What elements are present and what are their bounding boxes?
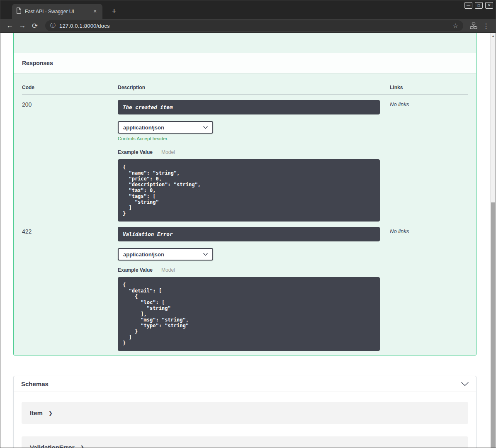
responses-header: Responses	[14, 53, 476, 73]
scrollbar[interactable]: ▲	[490, 33, 496, 448]
media-type-value: application/json	[123, 124, 164, 131]
tab-example-value[interactable]: Example Value	[118, 267, 157, 273]
media-type-select[interactable]: application/json	[118, 248, 213, 261]
schemas-title: Schemas	[21, 380, 49, 387]
media-type-select[interactable]: application/json	[118, 121, 213, 134]
model-validationerror[interactable]: ValidationError ❯	[22, 436, 468, 448]
response-description: The created item	[118, 100, 380, 114]
browser-tab[interactable]: Fast API - Swagger UI ✕	[12, 4, 102, 19]
media-type-value: application/json	[123, 251, 164, 258]
post-endpoint-panel: Responses Code Description Links 200 The…	[13, 33, 477, 355]
response-code: 422	[22, 227, 118, 351]
site-info-icon[interactable]: ⓘ	[50, 22, 56, 29]
column-code: Code	[22, 85, 118, 94]
tab-close-icon[interactable]: ✕	[92, 8, 98, 15]
model-item[interactable]: Item ❯	[22, 402, 468, 424]
chevron-right-icon: ❯	[80, 445, 85, 448]
new-tab-button[interactable]: +	[108, 5, 120, 17]
browser-window: Fast API - Swagger UI ✕ + — □ ✕ ← → ⟳ ⓘ …	[0, 0, 496, 448]
tab-title: Fast API - Swagger UI	[25, 9, 88, 15]
response-links: No links	[390, 100, 468, 222]
example-json: { "detail": [ { "loc": [ "string" ], "ms…	[118, 277, 380, 351]
response-description-cell: Validation Error application/json Exampl…	[118, 227, 390, 351]
model-name: ValidationError	[30, 444, 75, 448]
chevron-right-icon: ❯	[49, 410, 53, 416]
model-name: Item	[30, 409, 43, 416]
responses-table: Code Description Links 200 The created i…	[14, 73, 476, 355]
responses-title: Responses	[22, 60, 53, 66]
maximize-button[interactable]: □	[475, 2, 483, 9]
window-controls: — □ ✕	[464, 2, 493, 9]
tab-model[interactable]: Model	[157, 149, 175, 155]
minimize-button[interactable]: —	[464, 2, 472, 9]
column-description: Description	[118, 85, 390, 94]
scrollbar-thumb[interactable]	[491, 202, 495, 448]
example-model-tabs: Example Value Model	[118, 149, 390, 155]
bookmark-icon[interactable]: ☆	[453, 22, 458, 29]
titlebar: Fast API - Swagger UI ✕ + — □ ✕	[0, 0, 496, 19]
schemas-section: Schemas Item ❯ ValidationError ❯	[13, 376, 477, 448]
url-text: 127.0.0.1:8000/docs	[59, 23, 449, 29]
chevron-down-icon	[203, 253, 208, 256]
scroll-up-arrow[interactable]: ▲	[491, 33, 496, 39]
menu-icon[interactable]: ⋮	[481, 21, 491, 31]
back-button[interactable]: ←	[5, 20, 15, 31]
page-icon	[16, 7, 22, 15]
address-bar[interactable]: ⓘ 127.0.0.1:8000/docs ☆	[45, 20, 463, 31]
chevron-down-icon	[203, 126, 208, 129]
responses-table-head: Code Description Links	[22, 85, 468, 95]
response-description: Validation Error	[118, 227, 380, 241]
close-button[interactable]: ✕	[485, 2, 493, 9]
accept-hint: Controls Accept header.	[118, 136, 390, 141]
chevron-down-icon[interactable]	[461, 382, 469, 386]
forward-button[interactable]: →	[17, 20, 28, 31]
browser-toolbar: ← → ⟳ ⓘ 127.0.0.1:8000/docs ☆ ⋮	[0, 19, 496, 33]
column-links: Links	[390, 85, 468, 94]
example-model-tabs: Example Value Model	[118, 267, 390, 273]
reload-button[interactable]: ⟳	[29, 20, 40, 31]
tab-example-value[interactable]: Example Value	[118, 149, 157, 155]
page-content: Responses Code Description Links 200 The…	[0, 33, 496, 448]
sitemap-icon[interactable]	[468, 21, 479, 31]
example-json: { "name": "string", "price": 0, "descrip…	[118, 159, 380, 222]
response-links: No links	[390, 227, 468, 351]
tab-model[interactable]: Model	[157, 267, 175, 273]
schemas-header[interactable]: Schemas	[14, 376, 476, 392]
response-row-422: 422 Validation Error application/json Ex…	[22, 222, 468, 351]
response-description-cell: The created item application/json Contro…	[118, 100, 390, 222]
response-row-200: 200 The created item application/json Co…	[22, 95, 468, 222]
response-code: 200	[22, 100, 118, 222]
